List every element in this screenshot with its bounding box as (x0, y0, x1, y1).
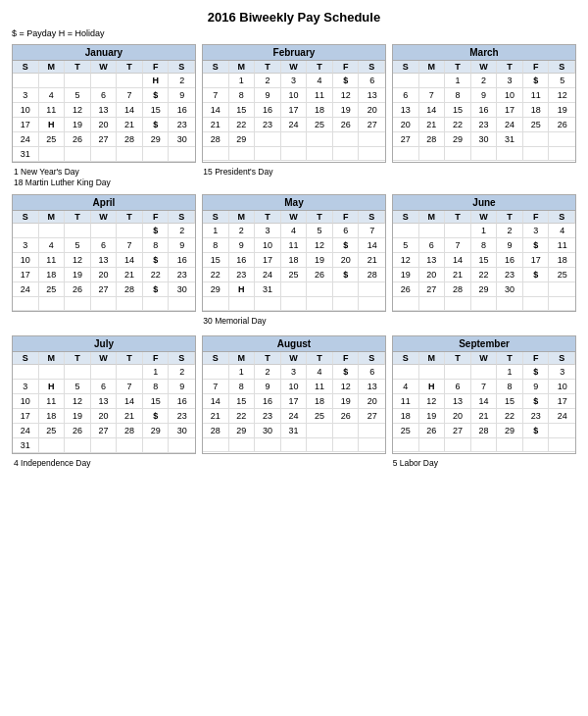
calendar-cell: 16 (255, 103, 281, 118)
calendar-cell: 19 (393, 268, 419, 282)
calendar-cell: 7 (117, 380, 143, 394)
calendar-cell: 8 (229, 380, 256, 394)
day-header: S (203, 211, 229, 224)
day-header: S (359, 61, 385, 74)
calendar-header-february: February (203, 45, 385, 61)
calendar-cell: 4 (307, 74, 333, 88)
calendar-cell: 4 (39, 88, 66, 103)
calendar-cell (203, 438, 229, 452)
calendar-cell: 1 (445, 74, 471, 88)
calendar-cell: 19 (333, 394, 360, 409)
calendar-cell: 6 (359, 365, 385, 380)
calendar-cell: 29 (471, 282, 498, 297)
calendar-cell (169, 297, 195, 311)
calendar-cell: $ (523, 394, 550, 409)
calendar-cell: 3 (13, 380, 39, 394)
calendar-cell: 12 (333, 88, 360, 103)
calendar-cell (255, 297, 281, 311)
day-header: T (117, 352, 143, 365)
calendar-cell: 20 (359, 103, 385, 118)
calendar-cell: 27 (445, 424, 471, 438)
calendar-cell: 5 (65, 380, 91, 394)
calendar-cell (359, 147, 385, 161)
day-header: T (307, 352, 333, 365)
calendar-cell: 31 (13, 438, 39, 453)
calendar-cell: 21 (359, 253, 385, 268)
calendar-cell: H (229, 282, 256, 297)
calendar-cell (333, 147, 360, 161)
calendar-cell: $ (143, 409, 170, 424)
calendar-cell (203, 297, 229, 311)
calendar-cell: 1 (143, 365, 170, 380)
calendar-cell (393, 438, 419, 452)
calendar-cell: 7 (471, 380, 498, 394)
calendar-cell: 14 (203, 394, 229, 409)
calendar-cell (143, 438, 170, 453)
calendar-cell: 20 (359, 394, 385, 409)
calendar-cell (549, 438, 575, 452)
calendar-cell (359, 297, 385, 311)
day-header: M (419, 61, 446, 74)
calendar-cell: 2 (169, 224, 195, 238)
calendar-cell: 9 (523, 380, 550, 394)
day-header: T (117, 211, 143, 224)
calendar-cell (393, 147, 419, 161)
calendar-cell: 16 (229, 253, 256, 268)
day-header: S (393, 61, 419, 74)
calendar-cell (169, 438, 195, 453)
calendar-cell (203, 365, 229, 380)
calendar-cell: 22 (143, 268, 170, 282)
calendar-cell (203, 74, 229, 88)
calendar-cell (117, 147, 143, 162)
day-header: S (359, 352, 385, 365)
calendar-cell (65, 438, 91, 453)
calendar-cell: 4 (393, 380, 419, 394)
calendar-cell: 27 (91, 424, 118, 438)
calendar-cell: 30 (497, 282, 523, 297)
calendar-cell: 18 (39, 409, 66, 424)
calendar-cell: 14 (471, 394, 498, 409)
calendar-cell (333, 424, 360, 438)
calendar-cell (419, 365, 446, 380)
calendar-cell: 4 (39, 238, 66, 253)
day-header: T (65, 211, 91, 224)
calendar-cell: H (419, 380, 446, 394)
calendar-grid-march: SMTWTFS123$56789101112131415161718192021… (393, 61, 575, 161)
calendar-cell: 27 (393, 132, 419, 147)
calendar-cell: 10 (549, 380, 575, 394)
calendar-cell: 6 (419, 238, 446, 253)
day-header: M (229, 61, 256, 74)
calendar-cell: 12 (307, 238, 333, 253)
calendar-cell: 14 (117, 253, 143, 268)
calendar-cell: 23 (497, 268, 523, 282)
day-header: S (393, 211, 419, 224)
calendar-cell: 14 (359, 238, 385, 253)
calendar-cell (255, 438, 281, 452)
calendar-cell: 25 (523, 118, 550, 132)
notes-row-1: 30 Memorial Day (14, 316, 576, 330)
calendar-cell: $ (143, 282, 170, 297)
calendar-cell (523, 282, 550, 297)
calendar-cell: 18 (307, 394, 333, 409)
day-header: M (419, 211, 446, 224)
calendar-grid-february: SMTWTFS1234$6789101112131415161718192021… (203, 61, 385, 161)
calendar-cell: 12 (333, 380, 360, 394)
day-header: T (445, 352, 471, 365)
calendar-july: JulySMTWTFS123H5678910111213141516171819… (12, 335, 196, 454)
calendar-cell: 29 (445, 132, 471, 147)
calendar-cell: $ (523, 424, 550, 438)
calendar-cell (445, 438, 471, 452)
calendar-cell: 26 (333, 409, 360, 424)
day-header: F (523, 211, 550, 224)
calendar-cell: 19 (307, 253, 333, 268)
day-header: M (419, 352, 446, 365)
day-header: T (255, 352, 281, 365)
day-header: S (13, 61, 39, 74)
calendar-grid-january: SMTWTFSH234567$91011121314151617H192021$… (13, 61, 195, 162)
calendar-cell: 31 (13, 147, 39, 162)
calendar-cell: 5 (65, 88, 91, 103)
calendar-cell: 13 (419, 253, 446, 268)
calendar-cell: 26 (65, 282, 91, 297)
calendar-cell: 20 (333, 253, 360, 268)
notes-row-2: 4 Independence Day5 Labor Day (14, 458, 576, 472)
